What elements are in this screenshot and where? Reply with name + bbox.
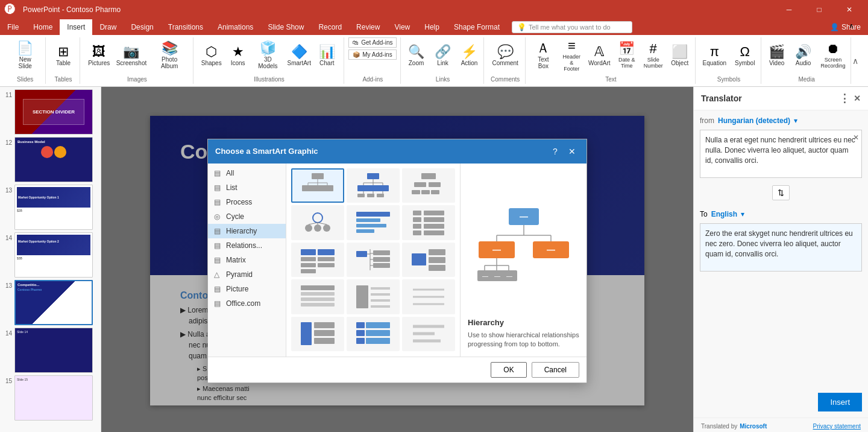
3d-models-button[interactable]: 🧊 3D Models (253, 40, 283, 71)
category-hierarchy[interactable]: ▤ Hierarchy (208, 224, 286, 238)
category-officecom[interactable]: ▤ Office.com (208, 296, 286, 311)
maximize-button[interactable]: □ (805, 0, 833, 19)
slide-12[interactable]: 12 Business Model (2, 137, 98, 182)
get-addins-button[interactable]: 🛍 Get Add-ins (348, 37, 397, 48)
category-pyramid[interactable]: △ Pyramid (208, 267, 286, 282)
tab-insert[interactable]: Insert (60, 19, 92, 35)
from-lang-select[interactable]: Hungarian (detected) (718, 116, 790, 125)
slide-15-num: 15 (2, 378, 12, 384)
header-footer-button[interactable]: ≡ Header& Footer (559, 37, 584, 74)
comment-button[interactable]: 💬 Comment (489, 43, 521, 68)
tab-transitions[interactable]: Transitions (161, 19, 210, 35)
smartart-item-9[interactable] (402, 243, 455, 278)
tab-shape-format[interactable]: Shape Format (447, 19, 507, 35)
equation-button[interactable]: π Equation (700, 43, 729, 68)
tab-help[interactable]: Help (417, 19, 447, 35)
to-lang-select[interactable]: English (711, 210, 737, 218)
tab-design[interactable]: Design (124, 19, 160, 35)
action-button[interactable]: ⚡ Action (458, 43, 482, 68)
smartart-item-1[interactable] (291, 168, 344, 203)
dialog-help-button[interactable]: ? (548, 144, 562, 159)
smartart-item-11[interactable] (347, 279, 400, 314)
category-picture[interactable]: ▤ Picture (208, 282, 286, 296)
cancel-button[interactable]: Cancel (532, 362, 579, 378)
window-controls[interactable]: ─ □ ✕ (775, 0, 863, 19)
category-cycle[interactable]: ◎ Cycle (208, 209, 286, 224)
tab-slideshow[interactable]: Slide Show (260, 19, 311, 35)
smartart-item-10[interactable] (291, 279, 344, 314)
tab-animations[interactable]: Animations (210, 19, 260, 35)
smartart-item-15[interactable] (402, 317, 455, 352)
table-button[interactable]: ⊞ Table (51, 43, 75, 68)
tables-group-label: Tables (55, 76, 72, 84)
smartart-item-2[interactable] (347, 168, 400, 203)
smartart-item-5[interactable] (347, 205, 400, 240)
new-slide-button[interactable]: 📄 New Slide (10, 40, 40, 71)
smartart-button[interactable]: 🔷 SmartArt (286, 43, 312, 68)
category-process[interactable]: ▤ Process (208, 195, 286, 209)
screen-recording-button[interactable]: ⏺ ScreenRecording (818, 40, 849, 71)
date-time-button[interactable]: 📅 Date &Time (615, 40, 639, 71)
smartart-item-13[interactable] (291, 317, 344, 352)
object-button[interactable]: ⬜ Object (668, 43, 692, 68)
symbol-button[interactable]: Ω Symbol (732, 43, 758, 68)
slide-number-button[interactable]: # SlideNumber (641, 40, 665, 71)
tab-review[interactable]: Review (349, 19, 387, 35)
slide-14b[interactable]: 14 Slide 14 (2, 328, 98, 373)
slide-13[interactable]: 13 Market Opportunity Option 1 $2B (2, 185, 98, 230)
screenshot-button[interactable]: 📷 Screenshot (115, 43, 148, 68)
slide-11[interactable]: 11 SECTION DIVIDER (2, 89, 98, 135)
pictures-label: Pictures (88, 60, 110, 66)
tab-draw[interactable]: Draw (92, 19, 124, 35)
swap-languages-button[interactable]: ⇅ (772, 185, 790, 200)
text-box-button[interactable]: Ａ Text Box (530, 40, 557, 71)
chart-button[interactable]: 📊 Chart (315, 43, 339, 68)
smartart-item-7[interactable] (291, 243, 344, 278)
tab-view[interactable]: View (387, 19, 417, 35)
slide-13-active[interactable]: 13 Competitio... Contoso Pharmo (2, 280, 98, 325)
photo-album-button[interactable]: 📚 Photo Album (151, 40, 188, 71)
smartart-item-6[interactable] (402, 205, 455, 240)
to-lang-dropdown-icon[interactable]: ▾ (741, 210, 744, 218)
close-button[interactable]: ✕ (835, 0, 863, 19)
minimize-button[interactable]: ─ (775, 0, 803, 19)
translator-more-icon[interactable]: ⋮ (839, 92, 850, 105)
collapse-ribbon[interactable]: ∧ (849, 21, 858, 31)
category-relations[interactable]: ▤ Relations... (208, 238, 286, 253)
translator-close-button[interactable]: ✕ (854, 94, 861, 103)
smartart-item-14[interactable] (347, 317, 400, 352)
wordart-button[interactable]: 𝔸 WordArt (587, 43, 612, 68)
ribbon-collapse[interactable]: ∧ (852, 37, 863, 84)
clear-source-button[interactable]: ✕ (853, 133, 859, 143)
smartart-item-8[interactable] (347, 243, 400, 278)
from-lang-dropdown-icon[interactable]: ▾ (794, 116, 797, 125)
smartart-item-4[interactable] (291, 205, 344, 240)
dialog-close-button[interactable]: ✕ (565, 144, 579, 159)
share-button[interactable]: 👤 Share (823, 19, 868, 35)
privacy-link[interactable]: Privacy statement (813, 423, 861, 430)
link-button[interactable]: 🔗 Link (431, 43, 455, 68)
my-addins-button[interactable]: 📦 My Add-ins (348, 49, 396, 60)
ok-button[interactable]: OK (491, 362, 526, 378)
canvas-area[interactable]: Competition... Contoso Pharmo ▶ Lorem ip… (101, 87, 693, 432)
audio-button[interactable]: 🔊 Audio (791, 43, 816, 68)
shapes-button[interactable]: ⬡ Shapes (200, 43, 224, 68)
category-matrix[interactable]: ▤ Matrix (208, 253, 286, 267)
icons-button[interactable]: ★ Icons (226, 43, 250, 68)
tab-file[interactable]: File (0, 19, 26, 35)
tab-home[interactable]: Home (26, 19, 60, 35)
tell-me-bar[interactable]: 💡 Tell me what you want to do (512, 21, 632, 33)
smartart-item-3[interactable] (402, 168, 455, 203)
video-button[interactable]: 🎬 Video (765, 43, 789, 68)
swap-languages-area: ⇅ (700, 183, 862, 203)
insert-button[interactable]: Insert (818, 393, 862, 411)
slide-15[interactable]: 15 Slide 15 (2, 375, 98, 421)
tab-record[interactable]: Record (311, 19, 349, 35)
category-all[interactable]: ▤ All (208, 166, 286, 180)
category-list[interactable]: ▤ List (208, 180, 286, 195)
pictures-button[interactable]: 🖼 Pictures (86, 43, 112, 68)
zoom-button[interactable]: 🔍 Zoom (404, 43, 429, 68)
smartart-item-12[interactable] (402, 279, 455, 314)
category-picture-label: Picture (226, 285, 248, 293)
slide-14[interactable]: 14 Market Opportunity Option 2 $3B (2, 232, 98, 278)
